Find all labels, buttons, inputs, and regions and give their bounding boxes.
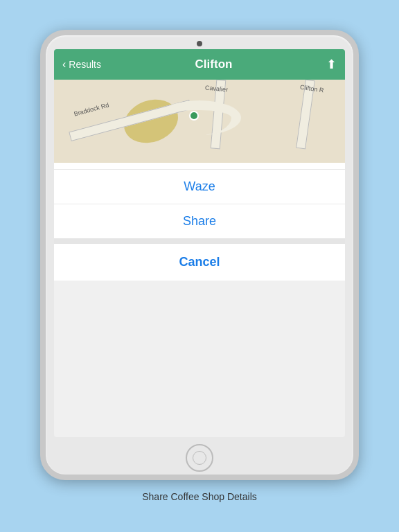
tablet-camera (197, 41, 202, 46)
tablet-frame: ‹ Results Clifton ⬆ Braddock Rd Cavalier… (40, 30, 359, 480)
back-label[interactable]: Results (69, 59, 101, 70)
tablet-screen: ‹ Results Clifton ⬆ Braddock Rd Cavalier… (54, 49, 345, 437)
map-pin (189, 111, 199, 121)
home-button[interactable] (186, 444, 213, 472)
nav-bar: ‹ Results Clifton ⬆ (54, 49, 345, 80)
action-sheet: Directions Apple Maps Google Maps Bing M… (54, 163, 345, 281)
map-road-curve (158, 100, 241, 135)
page-caption: Share Coffee Shop Details (142, 491, 257, 502)
map-label-braddock: Braddock Rd (73, 101, 110, 117)
content-area: Address Status Open 24 hrs · Today Phone… (54, 163, 345, 281)
action-sheet-item-share[interactable]: Share (54, 204, 345, 238)
action-sheet-item-bing-maps[interactable]: Bing Maps (54, 163, 345, 170)
action-sheet-item-waze[interactable]: Waze (54, 170, 345, 204)
nav-title: Clifton (195, 57, 233, 71)
modal-overlay: Directions Apple Maps Google Maps Bing M… (54, 163, 345, 281)
back-button[interactable]: ‹ Results (62, 58, 101, 71)
map-area: Braddock Rd Cavalier Clifton R (54, 80, 345, 163)
action-sheet-main: Directions Apple Maps Google Maps Bing M… (54, 163, 345, 238)
map-label-cavalier: Cavalier (205, 85, 229, 94)
home-button-inner (193, 451, 206, 465)
action-sheet-cancel-button[interactable]: Cancel (54, 244, 345, 281)
share-icon[interactable]: ⬆ (326, 57, 337, 72)
chevron-left-icon: ‹ (62, 58, 66, 71)
